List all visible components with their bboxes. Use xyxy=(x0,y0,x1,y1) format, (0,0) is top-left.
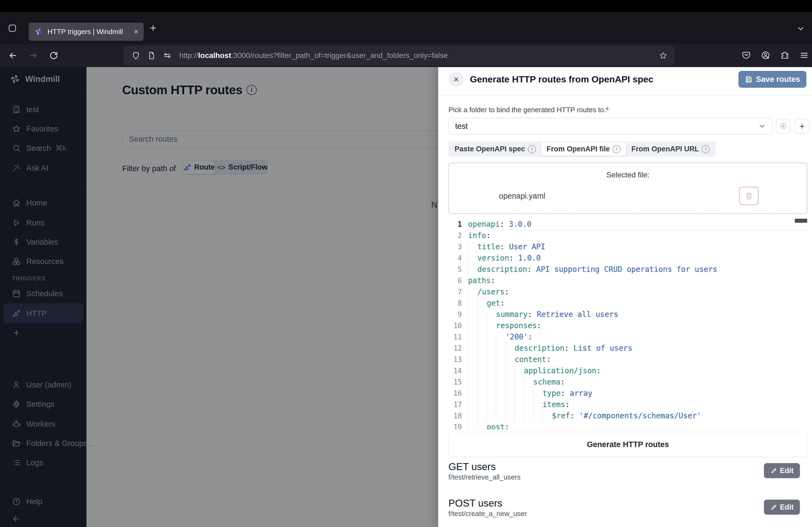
pocket-icon[interactable] xyxy=(742,51,751,60)
folder-picker-label: Pick a folder to bind the generated HTTP… xyxy=(448,106,608,114)
bookmark-star-icon[interactable] xyxy=(659,51,668,60)
chevron-down-icon xyxy=(758,122,766,130)
selected-file-label: Selected file: xyxy=(449,171,807,179)
tab-paste-openapi-spec[interactable]: Paste OpenAPI speci xyxy=(449,142,541,156)
firefox-view-icon[interactable] xyxy=(8,23,17,33)
editor-line: 18$ref: '#/components/schemas/User' xyxy=(448,410,807,422)
route-path: f/test/retrieve_all_users xyxy=(448,473,521,481)
editor-scrollbar-thumb[interactable] xyxy=(795,219,807,223)
save-routes-button[interactable]: Save routes xyxy=(738,71,806,88)
new-tab-button[interactable]: + xyxy=(150,22,157,35)
editor-line: 9summary: Retrieve all users xyxy=(448,309,807,320)
save-icon xyxy=(744,75,753,84)
editor-line: 3title: User API xyxy=(448,241,807,253)
extensions-icon[interactable] xyxy=(780,51,789,60)
editor-line: 17items: xyxy=(448,399,807,410)
drawer-scrim[interactable] xyxy=(0,67,438,527)
page-viewport: Windmill TRIGGERS testFavoritesSearch⌘kA… xyxy=(0,67,812,527)
route-path: f/test/create_a_new_user xyxy=(448,510,527,518)
remove-file-button[interactable] xyxy=(739,187,758,205)
selected-file-name: openapi.yaml xyxy=(499,192,545,200)
openapi-drawer: × Generate HTTP routes from OpenAPI spec… xyxy=(438,67,812,527)
editor-line: 15schema: xyxy=(448,376,807,388)
info-icon: i xyxy=(528,145,536,153)
tab-from-openapi-url[interactable]: From OpenAPI URLi xyxy=(626,142,715,156)
openapi-spec-editor[interactable]: 1openapi: 3.0.02info:3title: User API4ve… xyxy=(448,219,807,429)
url-host: localhost xyxy=(198,51,231,60)
reload-icon[interactable] xyxy=(49,51,59,60)
editor-line: 8get: xyxy=(448,298,807,309)
editor-line: 4version: 1.0.0 xyxy=(448,253,807,264)
tab-strip: HTTP triggers | Windmill × + xyxy=(0,12,812,44)
route-title: POST users xyxy=(448,498,503,509)
openapi-source-tabs: Paste OpenAPI speciFrom OpenAPI fileiFro… xyxy=(448,141,716,157)
generate-routes-button[interactable]: Generate HTTP routes xyxy=(448,432,808,457)
generated-route-get-users: GET usersf/test/retrieve_all_usersEdit xyxy=(448,461,808,496)
trash-icon xyxy=(744,191,753,200)
view-folder-button[interactable] xyxy=(776,119,791,133)
navigation-toolbar: http:// localhost :3000/routes?filter_pa… xyxy=(0,44,812,67)
route-title: GET users xyxy=(448,461,496,472)
editor-line: 7/users: xyxy=(448,286,807,298)
generated-route-post-users: POST usersf/test/create_a_new_userEdit xyxy=(448,498,808,527)
list-tabs-chevron-icon[interactable] xyxy=(796,25,805,33)
editor-line: 11'200': xyxy=(448,331,807,343)
edit-route-button[interactable]: Edit xyxy=(764,500,800,515)
folder-select[interactable]: test xyxy=(448,118,772,134)
folder-select-value: test xyxy=(455,122,758,131)
account-icon[interactable] xyxy=(761,51,770,60)
tab-from-openapi-file[interactable]: From OpenAPI filei xyxy=(541,142,626,156)
screen-top-band xyxy=(0,0,812,12)
back-icon[interactable] xyxy=(8,51,18,60)
windmill-favicon xyxy=(35,28,43,36)
close-icon[interactable]: × xyxy=(449,72,464,87)
shield-icon[interactable] xyxy=(132,51,140,60)
editor-line: 5description: API supporting CRUD operat… xyxy=(448,264,807,275)
divider xyxy=(438,95,812,96)
selected-file-box: Selected file: openapi.yaml xyxy=(448,163,808,214)
edit-route-button[interactable]: Edit xyxy=(764,463,800,478)
url-path: :3000/routes?filter_path_of=trigger&user… xyxy=(231,51,448,60)
required-asterisk: * xyxy=(606,106,608,114)
browser-chrome: HTTP triggers | Windmill × + ht xyxy=(0,0,812,67)
editor-line: 12description: List of users xyxy=(448,343,807,354)
url-scheme: http:// xyxy=(179,51,198,60)
info-icon: i xyxy=(612,145,621,153)
save-routes-label: Save routes xyxy=(756,75,800,84)
info-icon: i xyxy=(702,145,710,153)
tab-close-icon[interactable]: × xyxy=(134,27,138,36)
editor-line: 2info: xyxy=(448,230,807,241)
url-bar[interactable]: http:// localhost :3000/routes?filter_pa… xyxy=(124,46,675,65)
editor-line: 16type: array xyxy=(448,388,807,399)
menu-icon[interactable] xyxy=(800,51,809,60)
drawer-title: Generate HTTP routes from OpenAPI spec xyxy=(470,74,653,85)
add-folder-button[interactable]: + xyxy=(795,119,809,133)
editor-line: 13content: xyxy=(448,354,807,365)
editor-line: 1openapi: 3.0.0 xyxy=(448,219,807,230)
editor-line: 10responses: xyxy=(448,320,807,331)
eye-icon xyxy=(779,122,787,131)
editor-line: 6paths: xyxy=(448,275,807,286)
permissions-icon[interactable] xyxy=(163,51,172,60)
editor-line: 14application/json: xyxy=(448,365,807,376)
editor-line: 19post: xyxy=(448,422,807,429)
forward-icon[interactable] xyxy=(28,51,38,60)
tab-title: HTTP triggers | Windmill xyxy=(47,28,123,36)
page-info-icon[interactable] xyxy=(147,51,156,60)
browser-tab[interactable]: HTTP triggers | Windmill × xyxy=(29,22,144,41)
